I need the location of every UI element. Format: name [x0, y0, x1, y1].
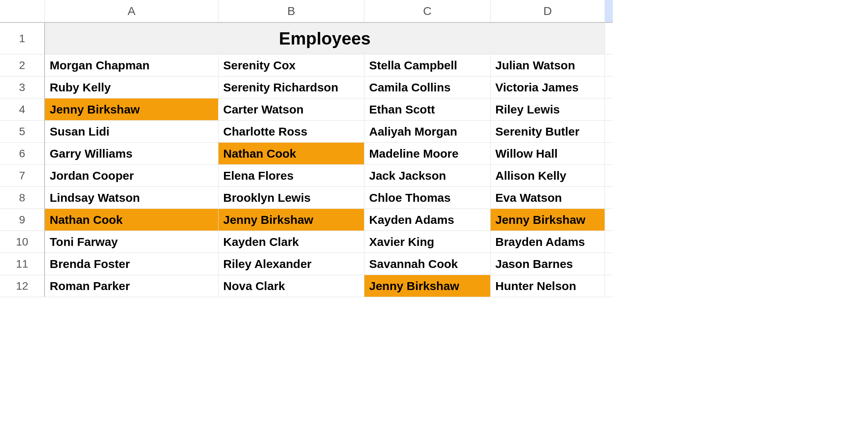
cell-B9[interactable]: Jenny Birkshaw [218, 209, 364, 231]
cell-D7[interactable]: Allison Kelly [491, 165, 605, 187]
row-header-3[interactable]: 3 [0, 76, 45, 99]
select-all-corner[interactable] [0, 0, 45, 23]
cell-C11[interactable]: Savannah Cook [364, 253, 491, 275]
spreadsheet-grid: A B C D 1 Employees 2Morgan ChapmanSeren… [0, 0, 868, 297]
cell-B4[interactable]: Carter Watson [218, 99, 364, 121]
cell-B2[interactable]: Serenity Cox [218, 54, 364, 76]
cell-C2[interactable]: Stella Campbell [364, 54, 491, 76]
row-header-6[interactable]: 6 [0, 143, 45, 165]
row-header-4[interactable]: 4 [0, 99, 45, 121]
row-header-7[interactable]: 7 [0, 165, 45, 187]
row-header-5[interactable]: 5 [0, 121, 45, 143]
cell-C9[interactable]: Kayden Adams [364, 209, 491, 231]
title-cell[interactable]: Employees [45, 23, 605, 54]
row-header-9[interactable]: 9 [0, 209, 45, 231]
row-header-2[interactable]: 2 [0, 54, 45, 76]
column-header-b[interactable]: B [218, 0, 364, 23]
cell-C8[interactable]: Chloe Thomas [364, 187, 491, 209]
cell-B8[interactable]: Brooklyn Lewis [218, 187, 364, 209]
cell-B11[interactable]: Riley Alexander [218, 253, 364, 275]
column-header-d[interactable]: D [491, 0, 605, 23]
row-header-11[interactable]: 11 [0, 253, 45, 275]
cell-A6[interactable]: Garry Williams [45, 143, 218, 165]
cell-D10[interactable]: Brayden Adams [491, 231, 605, 253]
cell-C5[interactable]: Aaliyah Morgan [364, 121, 491, 143]
row-header-10[interactable]: 10 [0, 231, 45, 253]
extra-cell[interactable] [605, 121, 613, 143]
extra-cell[interactable] [605, 23, 613, 54]
row-header-12[interactable]: 12 [0, 275, 45, 297]
cell-A2[interactable]: Morgan Chapman [45, 54, 218, 76]
cell-D5[interactable]: Serenity Butler [491, 121, 605, 143]
extra-cell[interactable] [605, 76, 613, 99]
row-header-1[interactable]: 1 [0, 23, 45, 54]
cell-A11[interactable]: Brenda Foster [45, 253, 218, 275]
cell-A8[interactable]: Lindsay Watson [45, 187, 218, 209]
extra-cell[interactable] [605, 209, 613, 231]
cell-B10[interactable]: Kayden Clark [218, 231, 364, 253]
cell-C4[interactable]: Ethan Scott [364, 99, 491, 121]
column-header-c[interactable]: C [364, 0, 491, 23]
cell-A5[interactable]: Susan Lidi [45, 121, 218, 143]
column-header-next[interactable] [605, 0, 613, 23]
cell-B12[interactable]: Nova Clark [218, 275, 364, 297]
cell-A3[interactable]: Ruby Kelly [45, 76, 218, 99]
extra-cell[interactable] [605, 54, 613, 76]
cell-D11[interactable]: Jason Barnes [491, 253, 605, 275]
cell-B6[interactable]: Nathan Cook [218, 143, 364, 165]
cell-B3[interactable]: Serenity Richardson [218, 76, 364, 99]
cell-B5[interactable]: Charlotte Ross [218, 121, 364, 143]
extra-cell[interactable] [605, 275, 613, 297]
cell-C12[interactable]: Jenny Birkshaw [364, 275, 491, 297]
cell-D4[interactable]: Riley Lewis [491, 99, 605, 121]
cell-D8[interactable]: Eva Watson [491, 187, 605, 209]
extra-cell[interactable] [605, 253, 613, 275]
extra-cell[interactable] [605, 187, 613, 209]
cell-A9[interactable]: Nathan Cook [45, 209, 218, 231]
extra-cell[interactable] [605, 143, 613, 165]
cell-D3[interactable]: Victoria James [491, 76, 605, 99]
cell-A12[interactable]: Roman Parker [45, 275, 218, 297]
extra-cell[interactable] [605, 99, 613, 121]
cell-B7[interactable]: Elena Flores [218, 165, 364, 187]
cell-D2[interactable]: Julian Watson [491, 54, 605, 76]
extra-cell[interactable] [605, 231, 613, 253]
cell-C10[interactable]: Xavier King [364, 231, 491, 253]
cell-D12[interactable]: Hunter Nelson [491, 275, 605, 297]
row-header-8[interactable]: 8 [0, 187, 45, 209]
cell-C7[interactable]: Jack Jackson [364, 165, 491, 187]
extra-cell[interactable] [605, 165, 613, 187]
cell-D9[interactable]: Jenny Birkshaw [491, 209, 605, 231]
cell-A7[interactable]: Jordan Cooper [45, 165, 218, 187]
cell-D6[interactable]: Willow Hall [491, 143, 605, 165]
cell-A4[interactable]: Jenny Birkshaw [45, 99, 218, 121]
column-header-a[interactable]: A [45, 0, 218, 23]
cell-C6[interactable]: Madeline Moore [364, 143, 491, 165]
cell-C3[interactable]: Camila Collins [364, 76, 491, 99]
cell-A10[interactable]: Toni Farway [45, 231, 218, 253]
